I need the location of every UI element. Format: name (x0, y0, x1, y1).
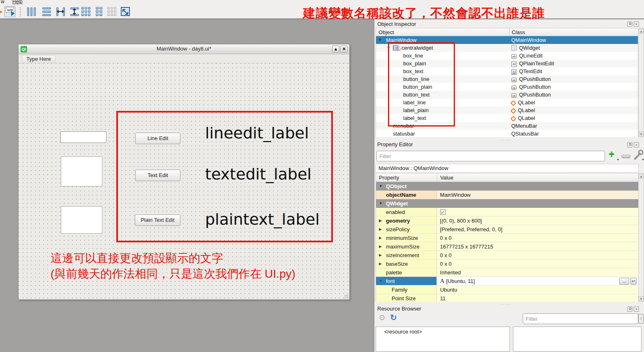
expand-arrow-icon[interactable]: ▶ (379, 225, 382, 234)
scroll-down-icon[interactable]: ▼ (639, 296, 644, 301)
property-value[interactable]: 0 x 0 (437, 251, 638, 260)
textedit-label-widget[interactable]: textedit_label (205, 165, 312, 183)
dock-splitter-handle[interactable]: ····· (498, 302, 514, 307)
property-value[interactable]: 11 (437, 294, 638, 302)
expand-arrow-icon[interactable]: ▼ (379, 182, 383, 191)
expand-arrow-icon[interactable]: ▼ (387, 44, 390, 52)
property-value[interactable]: 0 x 0 (437, 234, 638, 242)
expand-arrow-icon[interactable]: ▶ (379, 242, 382, 251)
property-row-palette[interactable]: paletteInherited (376, 268, 638, 277)
expand-arrow-icon[interactable]: ▶ (379, 260, 382, 268)
tree-row-box_line[interactable]: box_lineabQLineEdit (376, 52, 638, 60)
tree-row-button_text[interactable]: button_textokQPushButton (376, 91, 638, 99)
tree-row-button_plain[interactable]: button_plainokQPushButton (376, 83, 638, 91)
tree-row-box_plain[interactable]: box_plainAIQPlainTextEdit (376, 60, 638, 67)
edit-resources-gear-icon[interactable]: ⚙ (379, 313, 385, 322)
tree-row-label_line[interactable]: label_lineQLabel (376, 99, 638, 106)
layout-splitter-vertical-icon[interactable] (69, 6, 80, 17)
expand-arrow-icon[interactable]: ▶ (379, 251, 382, 260)
remove-dynamic-property-icon[interactable] (621, 155, 630, 158)
font-dialog-button[interactable]: ... (619, 278, 629, 285)
float-dock-icon[interactable] (627, 306, 632, 312)
break-layout-icon[interactable] (106, 6, 118, 17)
expand-arrow-icon[interactable]: ▼ (379, 199, 383, 208)
adjust-size-icon[interactable] (120, 6, 131, 17)
plaintext-label-widget[interactable]: plaintext_label (205, 210, 320, 228)
property-row-maximumsize[interactable]: ▶maximumSize16777215 x 16777215 (376, 242, 638, 251)
reset-property-icon[interactable]: ↩ (630, 278, 637, 285)
property-value[interactable]: Ubuntu (437, 285, 638, 294)
expand-arrow-icon[interactable]: ▶ (379, 234, 382, 242)
property-row-minimumsize[interactable]: ▶minimumSize0 x 0 (376, 234, 638, 242)
float-dock-icon[interactable] (627, 21, 632, 27)
tree-row-menubar[interactable]: menubarQMenuBar (376, 122, 638, 130)
menu-help[interactable]: Help (12, 0, 23, 4)
filter-options-icon[interactable]: ↕ (638, 314, 644, 324)
menu-type-here[interactable]: Type Here (22, 55, 55, 63)
property-value[interactable]: [(0, 0), 800 x 600] (437, 216, 638, 225)
close-button[interactable]: ✕ (340, 46, 348, 53)
add-dynamic-property-icon[interactable]: + (609, 148, 614, 160)
tree-row-statusbar[interactable]: statusbarQStatusBar (376, 130, 638, 137)
column-class[interactable]: Class (512, 29, 525, 35)
plain-text-edit-button[interactable]: Plain Text Edit (135, 214, 180, 226)
size-grip[interactable] (344, 294, 349, 299)
edit-tab-order-icon[interactable]: 123 (4, 6, 16, 17)
close-dock-icon[interactable]: × (634, 306, 639, 312)
property-value[interactable]: Inherited (437, 268, 638, 277)
layout-form-icon[interactable] (94, 6, 106, 17)
property-group-QWidget[interactable]: ▼QWidget (376, 199, 638, 208)
tree-row-button_line[interactable]: button_lineokQPushButton (376, 75, 638, 83)
layout-splitter-horizontal-icon[interactable] (55, 6, 66, 17)
plain-text-edit-widget[interactable] (61, 206, 102, 234)
property-row-family[interactable]: FamilyUbuntu (376, 285, 638, 294)
close-dock-icon[interactable]: × (634, 142, 639, 147)
object-tree-scrollbar[interactable]: ▲ ▼ (638, 28, 644, 137)
expand-arrow-icon[interactable]: ▼ (379, 277, 383, 285)
lineedit-label-widget[interactable]: lineedit_label (205, 124, 309, 142)
column-divider[interactable] (509, 28, 510, 37)
property-row-objectname[interactable]: objectNameMainWindow (376, 191, 638, 199)
property-filter-input[interactable] (376, 151, 605, 161)
resource-root-item[interactable]: <resource root> (384, 329, 422, 335)
float-dock-icon[interactable] (627, 142, 632, 147)
tree-row-label_text[interactable]: label_textQLabel (376, 114, 638, 122)
property-row-geometry[interactable]: ▶geometry[(0, 0), 800 x 600] (376, 216, 638, 225)
property-row-basesize[interactable]: ▶baseSize0 x 0 (376, 260, 638, 268)
checkbox[interactable]: ✓ (440, 209, 445, 215)
property-value[interactable]: 16777215 x 16777215 (437, 242, 638, 251)
property-row-sizepolicy[interactable]: ▶sizePolicy[Preferred, Preferred, 0, 0] (376, 225, 638, 234)
text-edit-widget[interactable] (61, 156, 102, 186)
line-edit-widget[interactable] (60, 131, 106, 143)
property-value[interactable]: ✓ (437, 208, 638, 216)
property-row-sizeincrement[interactable]: ▶sizeIncrement0 x 0 (376, 251, 638, 260)
column-divider[interactable] (437, 173, 437, 182)
resource-filter-input[interactable] (523, 313, 638, 324)
layout-grid-icon[interactable] (81, 6, 92, 17)
tree-row-MainWindow[interactable]: ▼MainWindowQMainWindow (376, 36, 638, 44)
text-edit-button[interactable]: Text Edit (135, 170, 180, 181)
expand-arrow-icon[interactable]: ▼ (378, 36, 382, 44)
menu-window-fragment[interactable]: w (1, 0, 5, 4)
reload-icon[interactable]: ↻ (390, 313, 397, 322)
dock-splitter-handle[interactable]: ····· (498, 138, 514, 143)
column-value[interactable]: Value (440, 175, 453, 181)
property-row-point-size[interactable]: Point Size11 (376, 294, 638, 302)
form-title-bar[interactable]: Qt MainWindow - day8.ui* ▲ ✕ (18, 44, 349, 54)
property-row-enabled[interactable]: enabled✓ (376, 208, 638, 216)
scroll-down-icon[interactable]: ▼ (639, 131, 644, 136)
resource-tree-panel[interactable]: <resource root> (376, 327, 510, 352)
tree-row-label_plain[interactable]: label_plainQLabel (376, 106, 638, 114)
scroll-up-icon[interactable]: ▲ (639, 174, 644, 179)
tree-row-box_text[interactable]: box_textAIQTextEdit (376, 67, 638, 75)
property-value[interactable]: [Preferred, Preferred, 0, 0] (437, 225, 638, 234)
column-object[interactable]: Object (379, 29, 394, 35)
line-edit-button[interactable]: Line Edit (135, 133, 180, 144)
resource-preview-panel[interactable] (513, 327, 642, 352)
column-property[interactable]: Property (379, 175, 399, 181)
property-value[interactable]: A[Ubuntu, 11]...↩ (437, 277, 638, 285)
property-value[interactable]: 0 x 0 (437, 260, 638, 268)
property-row-font[interactable]: ▼fontA[Ubuntu, 11]...↩ (376, 277, 638, 285)
shade-button[interactable]: ▲ (332, 46, 339, 53)
property-scrollbar[interactable]: ▲ ▼ (638, 173, 644, 302)
